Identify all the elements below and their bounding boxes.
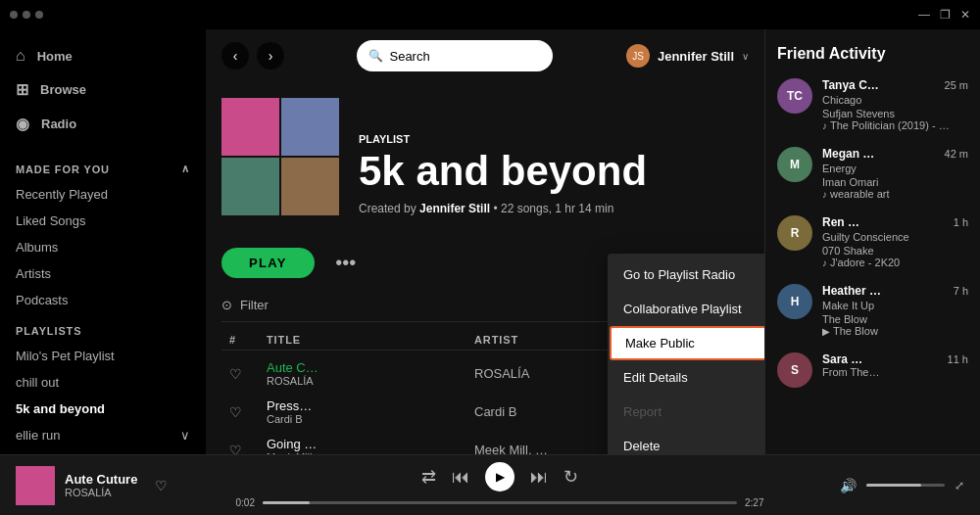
- playlist-duration: 1 hr 14 min: [555, 202, 613, 215]
- search-bar[interactable]: 🔍: [357, 40, 553, 71]
- friend-time-2: 1 h: [954, 216, 968, 228]
- playlist-type: PLAYLIST: [359, 133, 647, 145]
- friend-time-4: 11 h: [948, 353, 968, 365]
- browse-icon: ⊞: [16, 80, 28, 99]
- sidebar-item-albums[interactable]: Albums: [0, 234, 206, 260]
- art-cell-2: [281, 98, 339, 156]
- context-menu-item-collaborative[interactable]: Collaborative Playlist: [608, 292, 764, 326]
- friend-artist-2: 070 Shake: [822, 245, 968, 257]
- sidebar-item-browse-label: Browse: [40, 82, 86, 97]
- sidebar-item-podcasts[interactable]: Podcasts: [0, 287, 206, 313]
- play-button[interactable]: PLAY: [221, 248, 315, 278]
- volume-fill: [866, 484, 921, 487]
- user-info[interactable]: JS Jennifer Still ∨: [626, 44, 749, 68]
- friend-name-row-0: Tanya C… 25 m: [822, 78, 968, 92]
- friend-artist-1: Iman Omari: [822, 176, 968, 188]
- forward-button[interactable]: ›: [257, 42, 284, 70]
- friend-activity-title: Friend Activity: [777, 45, 968, 63]
- friend-info-2: Ren … 1 h Guilty Conscience 070 Shake ♪J…: [822, 215, 968, 268]
- play-pause-button[interactable]: ▶: [485, 462, 514, 492]
- filter-input-area[interactable]: ⊙ Filter: [221, 298, 269, 312]
- context-menu-item-edit-details[interactable]: Edit Details: [608, 360, 764, 395]
- friend-name-row-2: Ren … 1 h: [822, 215, 968, 229]
- user-name: Jennifer Still: [658, 49, 734, 64]
- sidebar-item-home-label: Home: [37, 49, 73, 64]
- now-playing: Aute Cuture ROSALÍA ♡: [16, 466, 212, 505]
- friend-name-0: Tanya C…: [822, 78, 879, 92]
- topbar: ‹ › 🔍 JS Jennifer Still ∨: [206, 29, 764, 82]
- progress-fill: [263, 501, 310, 504]
- heart-icon[interactable]: ♡: [229, 404, 259, 420]
- maximize-button[interactable]: ❐: [940, 8, 951, 22]
- total-time: 2:27: [745, 497, 772, 508]
- sidebar-nav: ⌂ Home ⊞ Browse ◉ Radio: [0, 29, 206, 151]
- chevron-down-icon: ∨: [180, 428, 190, 443]
- sidebar-item-ellie-run[interactable]: ellie run ∨: [0, 422, 206, 448]
- home-icon: ⌂: [16, 47, 25, 65]
- title-bar-controls: — ❐ ✕: [918, 8, 970, 22]
- friend-song-4: From The…: [822, 366, 968, 378]
- playlist-meta: PLAYLIST 5k and beyond Created by Jennif…: [359, 133, 647, 215]
- track-name-col: Going … Meek Mill, …: [267, 437, 466, 454]
- music-note-icon-3: ▶: [822, 326, 830, 337]
- progress-bar: 0:02 2:27: [227, 497, 772, 508]
- control-buttons: ⇄ ⏮ ▶ ⏭ ↻: [421, 462, 578, 492]
- player-bar: Aute Cuture ROSALÍA ♡ ⇄ ⏮ ▶ ⏭ ↻ 0:02 2:2…: [0, 454, 980, 515]
- friend-name-1: Megan …: [822, 147, 874, 161]
- dot-3: [35, 11, 43, 19]
- shuffle-button[interactable]: ⇄: [421, 466, 436, 488]
- sidebar-item-chill-out[interactable]: chill out: [0, 369, 206, 396]
- repeat-button[interactable]: ↻: [564, 466, 578, 488]
- minimize-button[interactable]: —: [918, 8, 930, 22]
- sidebar-item-recently-played[interactable]: Recently Played: [0, 181, 206, 208]
- heart-icon[interactable]: ♡: [229, 366, 259, 382]
- friend-song-0: ♪The Politician (2019) - …: [822, 119, 968, 131]
- music-note-icon-2: ♪: [822, 258, 827, 268]
- friend-song-2: ♪J'adore - 2K20: [822, 257, 968, 268]
- current-time: 0:02: [227, 497, 255, 508]
- sidebar-item-liked-songs[interactable]: Liked Songs: [0, 208, 206, 234]
- friend-activity-panel: Friend Activity TC Tanya C… 25 m Chicago…: [764, 29, 980, 454]
- previous-button[interactable]: ⏮: [452, 467, 469, 488]
- sidebar-section-made-for-you: Made For You ∧: [0, 151, 206, 181]
- friend-info-3: Heather … 7 h Make It Up The Blow ▶The B…: [822, 284, 968, 337]
- track-title: Going …: [267, 437, 466, 451]
- search-input[interactable]: [389, 49, 541, 64]
- sidebar-item-radio[interactable]: ◉ Radio: [0, 107, 206, 141]
- sidebar-item-milos-pet[interactable]: Milo's Pet Playlist: [0, 343, 206, 369]
- avatar: JS: [626, 44, 650, 68]
- friend-avatar-3: H: [777, 284, 812, 319]
- track-artist: Cardi B: [267, 413, 466, 425]
- friend-artist-0: Sufjan Stevens: [822, 108, 968, 119]
- friend-name-3: Heather …: [822, 284, 881, 298]
- next-button[interactable]: ⏭: [530, 467, 548, 488]
- back-button[interactable]: ‹: [221, 42, 249, 70]
- track-name-col: Press… Cardi B: [267, 398, 466, 425]
- heart-icon[interactable]: ♡: [229, 443, 259, 455]
- col-title: TITLE: [267, 334, 466, 346]
- title-bar-dots: [10, 11, 43, 19]
- friend-item-0: TC Tanya C… 25 m Chicago Sufjan Stevens …: [777, 78, 968, 131]
- context-menu-item-report: Report: [608, 395, 764, 429]
- sidebar-item-5k-beyond[interactable]: 5k and beyond: [0, 396, 206, 422]
- playlist-header: PLAYLIST 5k and beyond Created by Jennif…: [221, 82, 749, 231]
- context-menu-item-playlist-radio[interactable]: Go to Playlist Radio: [608, 258, 764, 292]
- volume-bar[interactable]: [866, 484, 945, 487]
- context-menu-item-make-public[interactable]: Make Public: [610, 326, 764, 360]
- art-cell-3: [221, 158, 279, 215]
- playlist-area: PLAYLIST 5k and beyond Created by Jennif…: [206, 82, 764, 454]
- friend-name-2: Ren …: [822, 215, 859, 229]
- progress-track[interactable]: [263, 501, 737, 504]
- playlist-subtitle: Created by Jennifer Still • 22 songs, 1 …: [359, 202, 647, 215]
- search-icon: 🔍: [368, 49, 383, 63]
- heart-icon[interactable]: ♡: [155, 478, 168, 493]
- fullscreen-icon[interactable]: ⤢: [955, 479, 964, 492]
- friend-item-2: R Ren … 1 h Guilty Conscience 070 Shake …: [777, 215, 968, 268]
- sidebar-item-browse[interactable]: ⊞ Browse: [0, 72, 206, 107]
- sidebar-item-artists[interactable]: Artists: [0, 260, 206, 287]
- sidebar-item-home[interactable]: ⌂ Home: [0, 39, 206, 72]
- more-options-button[interactable]: •••: [330, 247, 362, 278]
- friend-avatar-2: R: [777, 215, 812, 251]
- close-button[interactable]: ✕: [960, 8, 970, 22]
- context-menu-item-delete[interactable]: Delete: [608, 429, 764, 454]
